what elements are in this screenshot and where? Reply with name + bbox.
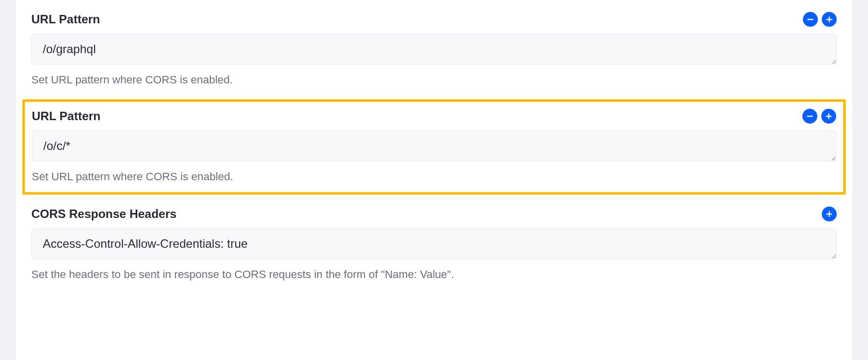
svg-rect-3 (807, 116, 813, 117)
field-actions (802, 109, 836, 124)
url-pattern-input[interactable] (31, 34, 837, 65)
help-text: Set URL pattern where CORS is enabled. (31, 73, 837, 86)
url-pattern-field-0: URL Pattern Set URL pattern where CORS i… (31, 0, 837, 92)
help-text: Set URL pattern where CORS is enabled. (32, 170, 836, 183)
field-actions (803, 12, 837, 27)
remove-button[interactable] (802, 109, 817, 124)
plus-icon (825, 113, 832, 120)
url-pattern-label: URL Pattern (32, 109, 100, 123)
add-button[interactable] (822, 207, 837, 221)
remove-button[interactable] (803, 12, 818, 27)
svg-rect-5 (828, 113, 829, 119)
minus-icon (807, 16, 814, 23)
svg-rect-0 (807, 19, 813, 20)
highlighted-field: URL Pattern Set URL pattern where CORS i… (22, 99, 846, 195)
svg-rect-2 (829, 16, 830, 22)
field-header: CORS Response Headers (31, 207, 837, 221)
settings-panel: URL Pattern Set URL pattern where CORS i… (15, 0, 853, 360)
plus-icon (826, 16, 833, 23)
cors-headers-label: CORS Response Headers (31, 207, 176, 221)
plus-icon (826, 211, 833, 217)
svg-rect-7 (829, 211, 830, 217)
cors-response-headers-field: CORS Response Headers Set the headers to… (31, 202, 837, 287)
url-pattern-field-1: URL Pattern Set URL pattern where CORS i… (32, 109, 836, 183)
url-pattern-label: URL Pattern (31, 12, 100, 26)
minus-icon (806, 113, 813, 120)
url-pattern-input[interactable] (32, 131, 836, 161)
field-header: URL Pattern (32, 109, 836, 124)
page-background: URL Pattern Set URL pattern where CORS i… (0, 0, 868, 360)
field-actions (822, 207, 837, 221)
help-text: Set the headers to be sent in response t… (31, 268, 837, 281)
add-button[interactable] (821, 109, 836, 124)
cors-headers-input[interactable] (31, 228, 837, 259)
add-button[interactable] (822, 12, 837, 27)
field-header: URL Pattern (31, 12, 837, 27)
